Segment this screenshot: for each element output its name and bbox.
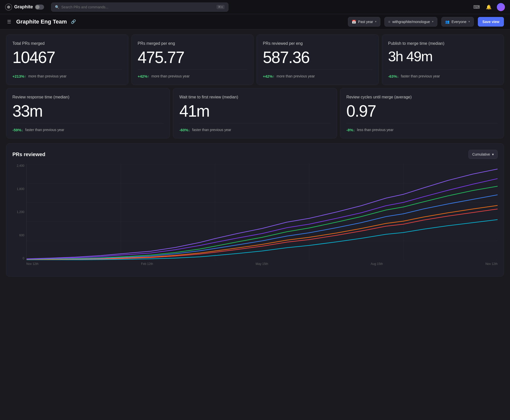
y-label-2400: 2,400	[17, 164, 24, 167]
stat-label: Total PRs merged	[12, 41, 122, 46]
chevron-down-icon: ▾	[375, 20, 377, 23]
bell-icon[interactable]: 🔔	[485, 3, 493, 11]
chart-svg	[27, 164, 498, 260]
date-filter-label: Past year	[358, 20, 373, 24]
x-label-nov12-end: Nov 12th	[485, 262, 498, 268]
people-filter-button[interactable]: 👥 Everyone ▾	[441, 17, 474, 27]
stat-card-publish-to-merge: Publish to merge time (median) 3h 49m -6…	[382, 34, 504, 85]
stat-change: -63%↓ faster than previous year	[388, 74, 498, 78]
y-label-1800: 1,800	[17, 187, 24, 191]
stat-label: Publish to merge time (median)	[388, 41, 498, 46]
stat-label: Review cycles until merge (average)	[346, 94, 498, 100]
change-text: faster than previous year	[192, 128, 231, 132]
stats-grid-bottom: Review response time (median) 33m -59%↓ …	[6, 88, 504, 139]
stat-divider	[12, 70, 122, 70]
change-amount: +213%↑	[12, 74, 26, 78]
stat-change: +42%↑ more than previous year	[138, 74, 247, 78]
date-filter-button[interactable]: 📅 Past year ▾	[348, 17, 380, 27]
theme-toggle[interactable]	[35, 5, 44, 10]
change-text: faster than previous year	[25, 128, 64, 132]
brand: Graphite	[5, 4, 44, 11]
save-view-button[interactable]: Save view	[478, 17, 504, 27]
stat-change: -59%↓ faster than previous year	[12, 128, 164, 132]
x-label-feb12: Feb 12th	[141, 262, 153, 268]
change-amount: -63%↓	[388, 74, 399, 78]
stat-change: -8%↓ less than previous year	[346, 128, 498, 132]
chart-x-axis: Nov 12th Feb 12th May 15th Aug 15th Nov …	[26, 260, 498, 270]
stat-value: 3h 49m	[388, 49, 498, 64]
y-label-1200: 1,200	[17, 210, 24, 214]
stat-change: +213%↑ more than previous year	[12, 74, 122, 78]
main-content: Total PRs merged 10467 +213%↑ more than …	[0, 29, 510, 282]
change-amount: +42%↑	[263, 74, 274, 78]
chart-container: 2,400 1,800 1,200 600 0	[12, 164, 498, 270]
chevron-down-icon-2: ▾	[432, 20, 434, 23]
x-label-may15: May 15th	[256, 262, 268, 268]
stat-change: +42%↑ more than previous year	[263, 74, 372, 78]
chart-title: PRs reviewed	[12, 152, 45, 157]
y-label-600: 600	[19, 234, 24, 237]
change-amount: -59%↓	[12, 128, 23, 132]
menu-icon[interactable]: ☰	[6, 18, 12, 26]
x-label-nov12: Nov 12th	[26, 262, 38, 268]
x-label-aug15: Aug 15th	[371, 262, 383, 268]
stat-divider	[263, 70, 372, 70]
stat-divider	[179, 123, 330, 123]
change-text: more than previous year	[28, 74, 67, 78]
change-text: more than previous year	[151, 74, 190, 78]
stats-grid-top: Total PRs merged 10467 +213%↑ more than …	[6, 34, 504, 85]
people-filter-label: Everyone	[452, 20, 466, 24]
search-input[interactable]	[61, 5, 214, 9]
stat-card-wait-time: Wait time to first review (median) 41m -…	[173, 88, 337, 139]
people-icon: 👥	[445, 20, 449, 24]
page-title: Graphite Eng Team	[16, 18, 67, 25]
chart-y-axis: 2,400 1,800 1,200 600 0	[12, 164, 26, 260]
chart-section: PRs reviewed Cumulative ▾ 2,400 1,800 1,…	[6, 143, 504, 277]
nav-icons: ⌨ 🔔	[473, 3, 505, 11]
stat-card-prs-reviewed: PRs reviewed per eng 587.36 +42%↑ more t…	[257, 34, 379, 85]
stat-value: 587.36	[263, 49, 372, 66]
change-amount: +42%↑	[138, 74, 149, 78]
chart-mode-label: Cumulative	[472, 152, 490, 156]
stat-value: 41m	[179, 103, 330, 119]
stat-divider	[388, 70, 498, 70]
avatar[interactable]	[497, 3, 505, 11]
stat-value: 475.77	[138, 49, 247, 66]
stat-card-prs-per-eng: PRs merged per eng 475.77 +42%↑ more tha…	[131, 34, 254, 85]
top-nav: Graphite 🔍 ⌘ K ⌨ 🔔	[0, 0, 510, 14]
change-text: more than previous year	[277, 74, 315, 78]
change-amount: -60%↓	[179, 128, 190, 132]
stat-card-total-prs: Total PRs merged 10467 +213%↑ more than …	[6, 34, 128, 85]
search-shortcut: ⌘ K	[217, 5, 225, 9]
secondary-nav: ☰ Graphite Eng Team 🔗 📅 Past year ▾ ≡ wi…	[0, 14, 510, 29]
chevron-down-icon-3: ▾	[468, 20, 470, 23]
keyboard-icon[interactable]: ⌨	[473, 3, 481, 11]
stat-label: PRs reviewed per eng	[263, 41, 372, 46]
chart-mode-button[interactable]: Cumulative ▾	[468, 150, 498, 159]
graphite-logo	[5, 4, 12, 11]
stat-card-review-cycles: Review cycles until merge (average) 0.97…	[340, 88, 504, 139]
repo-filter-button[interactable]: ≡ withgraphite/monologue ▾	[384, 17, 437, 27]
search-icon: 🔍	[55, 5, 59, 9]
link-icon[interactable]: 🔗	[71, 19, 76, 24]
chevron-down-icon-chart: ▾	[492, 152, 494, 156]
chart-header: PRs reviewed Cumulative ▾	[12, 150, 498, 159]
change-text: less than previous year	[357, 128, 394, 132]
stat-card-review-response: Review response time (median) 33m -59%↓ …	[6, 88, 170, 139]
stat-value: 10467	[12, 49, 122, 66]
stat-value: 0.97	[346, 103, 498, 119]
svg-point-1	[7, 6, 10, 9]
stat-value: 33m	[12, 103, 164, 119]
repo-filter-label: withgraphite/monologue	[392, 20, 430, 24]
repo-icon: ≡	[388, 20, 390, 24]
search-bar[interactable]: 🔍 ⌘ K	[51, 3, 228, 12]
chart-area	[26, 164, 498, 260]
stat-divider	[346, 123, 498, 123]
change-amount: -8%↓	[346, 128, 355, 132]
app-name: Graphite	[14, 4, 33, 10]
stat-change: -60%↓ faster than previous year	[179, 128, 330, 132]
stat-divider	[12, 123, 164, 123]
calendar-icon: 📅	[352, 20, 356, 24]
stat-label: Review response time (median)	[12, 94, 164, 100]
change-text: faster than previous year	[401, 74, 440, 78]
